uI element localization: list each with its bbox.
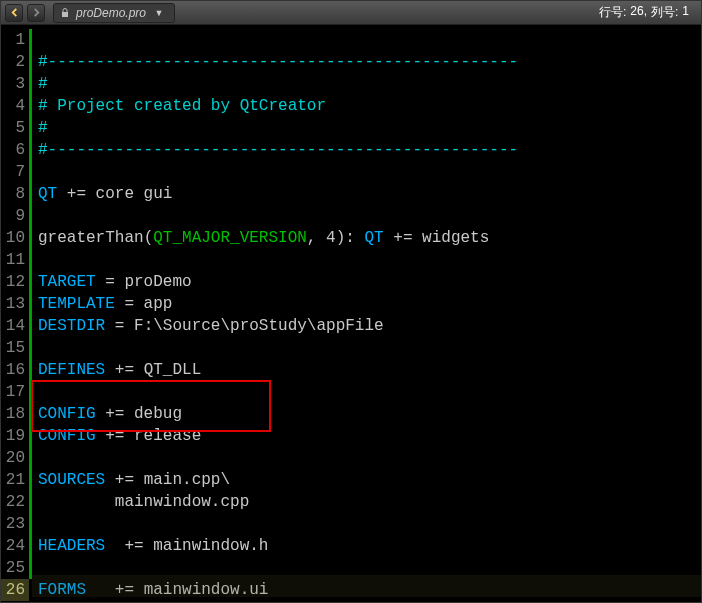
line-number-gutter: 1234567891011121314151617181920212223242… [1,25,29,602]
code-token: = app [115,295,173,313]
code-editor[interactable]: 1234567891011121314151617181920212223242… [1,25,701,602]
code-token: TEMPLATE [38,295,115,313]
code-token: HEADERS [38,537,105,555]
svg-rect-0 [62,12,68,17]
code-token: CONFIG [38,405,96,423]
line-number: 5 [1,117,29,139]
col-label: 列号: [651,4,678,21]
code-token: += QT_DLL [105,361,201,379]
line-number: 21 [1,469,29,491]
file-tab-label: proDemo.pro [76,6,146,20]
code-line: mainwindow.cpp [38,493,249,511]
line-number: 8 [1,183,29,205]
code-token: += main.cpp\ [105,471,230,489]
line-number: 3 [1,73,29,95]
line-number: 22 [1,491,29,513]
line-number: 24 [1,535,29,557]
code-token: , 4): [307,229,365,247]
lock-icon [60,8,70,18]
code-line [38,383,48,401]
code-line [38,163,48,181]
code-token: FORMS [38,581,86,599]
line-number: 15 [1,337,29,359]
line-number: 6 [1,139,29,161]
code-line [38,339,48,357]
line-number: 23 [1,513,29,535]
code-token: += widgets [384,229,490,247]
line-number: 9 [1,205,29,227]
line-number: 14 [1,315,29,337]
col-value: 1 [682,4,689,21]
code-line [38,515,48,533]
line-number: 25 [1,557,29,579]
code-token: TARGET [38,273,96,291]
line-number: 13 [1,293,29,315]
line-number: 17 [1,381,29,403]
line-number: 7 [1,161,29,183]
code-token: QT [38,185,57,203]
code-token: CONFIG [38,427,96,445]
code-token: += core gui [57,185,172,203]
toolbar: proDemo.pro ▼ 行号: 26, 列号: 1 [1,1,701,25]
nav-forward-button[interactable] [27,4,45,22]
code-line [38,449,48,467]
line-number: 16 [1,359,29,381]
line-number: 26 [1,579,29,601]
arrow-left-icon [10,8,19,17]
code-line: #---------------------------------------… [38,53,518,71]
code-area[interactable]: #---------------------------------------… [32,25,701,602]
code-token: DEFINES [38,361,105,379]
line-number: 18 [1,403,29,425]
line-number: 2 [1,51,29,73]
code-token: += mainwindow.ui [86,581,268,599]
line-label: 行号: [599,4,626,21]
line-value: 26, [630,4,647,21]
code-line: #---------------------------------------… [38,141,518,159]
code-token: QT [364,229,383,247]
code-token: greaterThan [38,229,144,247]
arrow-right-icon [32,8,41,17]
code-line [38,207,48,225]
file-tab[interactable]: proDemo.pro ▼ [53,3,175,23]
line-number: 20 [1,447,29,469]
code-token: SOURCES [38,471,105,489]
nav-back-button[interactable] [5,4,23,22]
line-number: 12 [1,271,29,293]
code-token: QT_MAJOR_VERSION [153,229,307,247]
cursor-position-status: 行号: 26, 列号: 1 [599,4,697,21]
code-line: # [38,119,48,137]
code-line: # Project created by QtCreator [38,97,326,115]
chevron-down-icon[interactable]: ▼ [152,6,166,20]
code-token: DESTDIR [38,317,105,335]
line-number: 4 [1,95,29,117]
code-line [38,559,48,577]
code-line: # [38,75,48,93]
code-token: += debug [96,405,182,423]
line-number: 1 [1,29,29,51]
code-token: += mainwindow.h [105,537,268,555]
code-token: = proDemo [96,273,192,291]
code-line [38,251,48,269]
line-number: 11 [1,249,29,271]
code-token: += release [96,427,202,445]
line-number: 10 [1,227,29,249]
code-token: = F:\Source\proStudy\appFile [105,317,383,335]
code-token: ( [144,229,154,247]
line-number: 19 [1,425,29,447]
